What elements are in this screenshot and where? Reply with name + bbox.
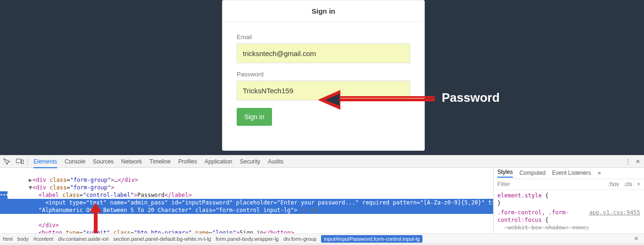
- tab-profiles[interactable]: Profiles: [178, 158, 197, 165]
- email-group: Email: [237, 33, 410, 63]
- tab-network[interactable]: Network: [121, 158, 142, 165]
- email-field[interactable]: [237, 43, 410, 63]
- crumb[interactable]: section.panel.panel-default.bg-white.m-t…: [113, 236, 211, 242]
- panel-body: Email Password Sign in: [223, 22, 424, 135]
- svg-rect-0: [17, 159, 21, 163]
- tab-console[interactable]: Console: [65, 158, 85, 165]
- crumb[interactable]: body: [17, 236, 29, 242]
- annotation-arrow: [318, 91, 436, 109]
- crumb-active[interactable]: input#inputPassword.form-control.input-l…: [321, 235, 422, 243]
- styles-tab-event-listeners[interactable]: Event Listeners: [552, 170, 591, 176]
- cls-toggle[interactable]: .cls: [624, 181, 632, 188]
- tab-application[interactable]: Application: [205, 158, 232, 165]
- devtools-tabs: Elements Console Sources Network Timelin…: [29, 158, 621, 165]
- styles-tabs: Styles Computed Event Listeners »: [494, 168, 644, 179]
- svg-rect-1: [22, 160, 24, 163]
- selection-marker-icon: •••: [0, 191, 8, 199]
- expand-icon[interactable]: ▶: [28, 176, 33, 184]
- kebab-icon[interactable]: ⋮: [625, 158, 630, 165]
- tab-audits[interactable]: Audits: [268, 158, 283, 165]
- tab-timeline[interactable]: Timeline: [149, 158, 171, 165]
- page-stage: Sign in Email Password Sign in Password: [0, 0, 644, 155]
- elements-breadcrumbs: html body #content div.container.aside-x…: [0, 233, 644, 244]
- devtools-body: ••• ▶<div class="form-group">…</div> ▼<d…: [0, 167, 644, 233]
- devtools-toolbar: Elements Console Sources Network Timelin…: [0, 155, 644, 167]
- tab-elements[interactable]: Elements: [33, 158, 57, 165]
- styles-pane: Styles Computed Event Listeners » Filter…: [493, 168, 644, 233]
- panel-title: Sign in: [223, 0, 424, 22]
- password-label: Password: [237, 71, 410, 78]
- source-link[interactable]: app.v1.css:9455: [589, 209, 640, 216]
- email-label: Email: [237, 33, 410, 41]
- signin-panel: Sign in Email Password Sign in: [222, 0, 425, 151]
- hov-toggle[interactable]: :hov: [608, 181, 619, 188]
- crumb[interactable]: div.container.aside-xxl: [58, 236, 108, 242]
- more-tabs-icon[interactable]: »: [598, 170, 601, 176]
- crumb[interactable]: #content: [33, 236, 53, 242]
- styles-tab-computed[interactable]: Computed: [520, 170, 545, 176]
- tab-security[interactable]: Security: [240, 158, 260, 165]
- signin-button[interactable]: Sign in: [237, 108, 272, 126]
- annotation-label: Password: [442, 90, 500, 105]
- styles-tab-styles[interactable]: Styles: [497, 169, 513, 178]
- style-rules[interactable]: element.style { } app.v1.css:9455 .form-…: [494, 190, 644, 233]
- add-rule-icon[interactable]: +: [637, 181, 640, 188]
- tab-sources[interactable]: Sources: [93, 158, 114, 165]
- styles-filter-input[interactable]: Filter: [497, 181, 510, 188]
- elements-tree[interactable]: ••• ▶<div class="form-group">…</div> ▼<d…: [0, 168, 493, 233]
- close-icon[interactable]: ✕: [631, 236, 641, 242]
- close-icon[interactable]: ✕: [636, 158, 640, 165]
- crumb[interactable]: html: [3, 236, 13, 242]
- collapse-icon[interactable]: ▼: [28, 184, 33, 191]
- selected-element[interactable]: <input type="text" name="admin_pass" id=…: [0, 199, 493, 214]
- inspect-icon[interactable]: [0, 155, 13, 168]
- device-mode-icon[interactable]: [13, 155, 26, 168]
- crumb[interactable]: div.form-group: [283, 236, 316, 242]
- crumb[interactable]: form.panel-body.wrapper-lg: [216, 236, 279, 242]
